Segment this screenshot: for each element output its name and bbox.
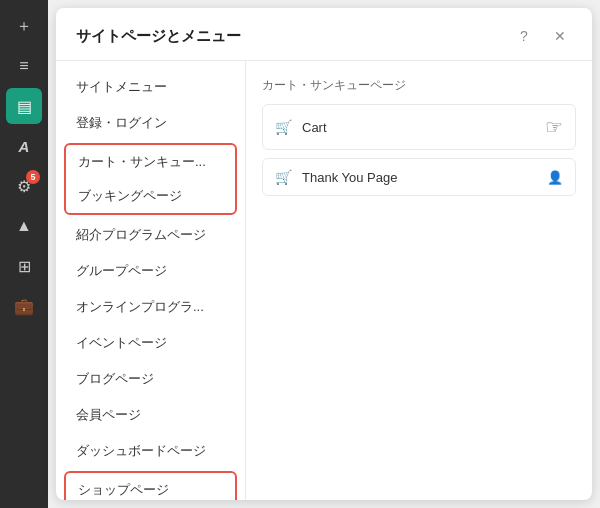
nav-item-label: 登録・ログイン: [76, 115, 167, 130]
nav-item-label: 紹介プログラムページ: [76, 227, 206, 242]
toolbar-apps[interactable]: ⚙ 5: [6, 168, 42, 204]
thankyou-icon: 🛒: [275, 169, 292, 185]
nav-item-online-program[interactable]: オンラインプログラ...: [56, 289, 245, 325]
nav-item-groups[interactable]: グループページ: [56, 253, 245, 289]
main-panel: サイトページとメニュー ? ✕ サイトメニュー 登録・ログイン カート・サンキュ: [56, 8, 592, 500]
cart-icon: 🛒: [275, 119, 292, 135]
nav-item-label: ブッキングページ: [78, 188, 182, 203]
thankyou-page-label: Thank You Page: [302, 170, 547, 185]
toolbar-pages[interactable]: ▤: [6, 88, 42, 124]
nav-item-label: ブログページ: [76, 371, 154, 386]
text-icon: A: [19, 138, 30, 155]
nav-item-blog[interactable]: ブログページ: [56, 361, 245, 397]
grid-icon: ⊞: [18, 257, 31, 276]
cart-page-label: Cart: [302, 120, 545, 135]
help-button[interactable]: ?: [512, 24, 536, 48]
toolbar-menu[interactable]: ≡: [6, 48, 42, 84]
nav-item-label: ショップページ: [78, 482, 169, 497]
toolbar-text[interactable]: A: [6, 128, 42, 164]
nav-item-site-menu[interactable]: サイトメニュー: [56, 69, 245, 105]
toolbar-store[interactable]: 💼: [6, 288, 42, 324]
apps-badge: 5: [26, 170, 40, 184]
site-pages-panel: サイトページとメニュー ? ✕ サイトメニュー 登録・ログイン カート・サンキュ: [56, 8, 592, 500]
nav-item-login[interactable]: 登録・ログイン: [56, 105, 245, 141]
nav-item-label: イベントページ: [76, 335, 167, 350]
toolbar-media[interactable]: ▲: [6, 208, 42, 244]
nav-list: サイトメニュー 登録・ログイン カート・サンキュー... ブッキングページ 紹介…: [56, 61, 246, 500]
nav-item-label: グループページ: [76, 263, 167, 278]
pages-icon: ▤: [17, 97, 32, 116]
nav-item-events[interactable]: イベントページ: [56, 325, 245, 361]
nav-item-referral[interactable]: 紹介プログラムページ: [56, 217, 245, 253]
thankyou-page-item[interactable]: 🛒 Thank You Page 👤: [262, 158, 576, 196]
store-icon: 💼: [14, 297, 34, 316]
nav-item-label: ダッシュボードページ: [76, 443, 206, 458]
panel-body: サイトメニュー 登録・ログイン カート・サンキュー... ブッキングページ 紹介…: [56, 61, 592, 500]
media-icon: ▲: [16, 217, 32, 235]
nav-item-label: オンラインプログラ...: [76, 299, 204, 314]
close-button[interactable]: ✕: [548, 24, 572, 48]
toolbar-grid[interactable]: ⊞: [6, 248, 42, 284]
nav-item-members[interactable]: 会員ページ: [56, 397, 245, 433]
content-section-title: カート・サンキューページ: [262, 77, 576, 94]
nav-item-shop[interactable]: ショップページ: [66, 473, 235, 500]
nav-item-dashboard[interactable]: ダッシュボードページ: [56, 433, 245, 469]
panel-header-actions: ? ✕: [512, 24, 572, 48]
nav-item-cart-thankyou[interactable]: カート・サンキュー...: [66, 145, 235, 179]
toolbar-add[interactable]: ＋: [6, 8, 42, 44]
panel-header: サイトページとメニュー ? ✕: [56, 8, 592, 61]
nav-item-label: カート・サンキュー...: [78, 154, 206, 169]
content-area: カート・サンキューページ 🛒 Cart ☞ 🛒 Thank You Page 👤: [246, 61, 592, 500]
sidebar-toolbar: ＋ ≡ ▤ A ⚙ 5 ▲ ⊞ 💼: [0, 0, 48, 508]
cursor-icon: ☞: [545, 115, 563, 139]
nav-item-booking[interactable]: ブッキングページ: [66, 179, 235, 213]
nav-item-label: サイトメニュー: [76, 79, 167, 94]
lock-icon: 👤: [547, 170, 563, 185]
cart-page-item[interactable]: 🛒 Cart ☞: [262, 104, 576, 150]
add-icon: ＋: [16, 16, 32, 37]
menu-icon: ≡: [19, 57, 28, 75]
panel-title: サイトページとメニュー: [76, 27, 241, 46]
nav-item-label: 会員ページ: [76, 407, 141, 422]
